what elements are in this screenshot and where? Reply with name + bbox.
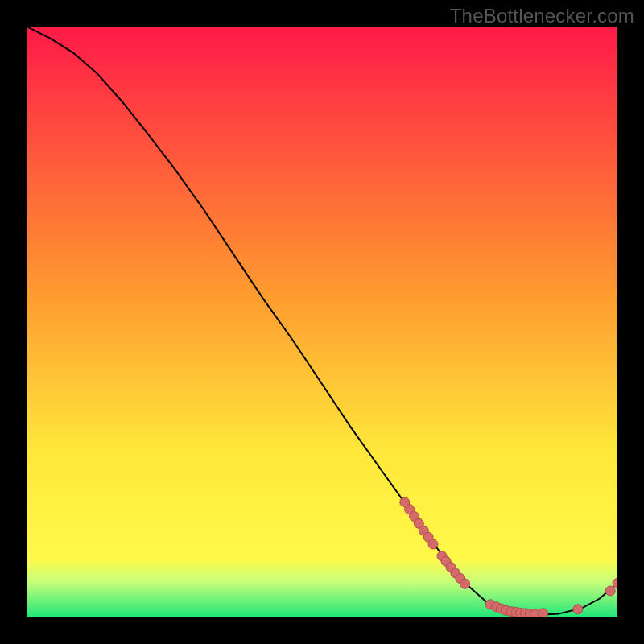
curve-marker <box>573 605 583 614</box>
watermark-text: TheBottlenecker.com <box>450 5 634 27</box>
curve-marker <box>428 539 438 549</box>
curve-marker <box>605 586 615 596</box>
plot-area <box>27 27 617 617</box>
curve-marker <box>460 579 470 588</box>
curve-marker <box>539 609 548 617</box>
gradient-background <box>27 27 617 617</box>
chart-frame: TheBottlenecker.com <box>0 0 644 644</box>
chart-svg <box>27 27 617 617</box>
